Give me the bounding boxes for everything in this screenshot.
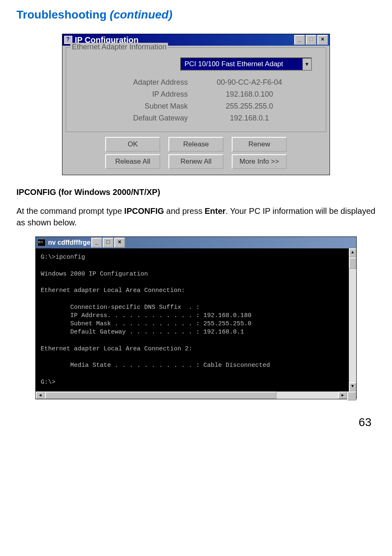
row-adapter-address: Adapter Address 00-90-CC-A2-F6-04 <box>72 78 320 87</box>
vscroll-track[interactable] <box>349 257 356 382</box>
value-ip-address: 192.168.0.100 <box>204 90 295 99</box>
scroll-down-icon[interactable]: ▼ <box>349 382 356 392</box>
label-adapter-address: Adapter Address <box>97 78 204 87</box>
label-default-gateway: Default Gateway <box>97 114 204 123</box>
hscroll-thumb[interactable] <box>45 392 277 399</box>
page-heading: Troubleshooting (continued) <box>16 8 376 21</box>
close-button[interactable]: × <box>317 35 328 45</box>
console-window: nv cdffdfffrge _ □ × G:\>ipconfig Window… <box>35 236 357 399</box>
row-subnet-mask: Subnet Mask 255.255.255.0 <box>72 102 320 111</box>
console-titlebar: nv cdffdfffrge _ □ × <box>36 237 356 248</box>
button-row-2: Release All Renew All More Info >> <box>62 154 330 169</box>
label-subnet-mask: Subnet Mask <box>97 102 204 111</box>
horizontal-scrollbar[interactable]: ◄ ► <box>36 392 356 399</box>
para-bold1: IPCONFIG <box>124 206 164 215</box>
value-default-gateway: 192.168.0.1 <box>204 114 295 123</box>
group-legend: Ethernet Adapter Information <box>70 43 168 51</box>
chevron-down-icon: ▼ <box>302 58 311 70</box>
hscroll-track[interactable] <box>45 392 338 399</box>
resize-grip-icon[interactable] <box>347 392 356 401</box>
console-maximize-button[interactable]: □ <box>103 238 113 248</box>
para-part2: and press <box>164 206 205 215</box>
console-title-text: nv cdffdfffrge <box>48 239 90 246</box>
console-close-button[interactable]: × <box>114 238 125 248</box>
adapter-selected-text: PCI 10/100 Fast Ethernet Adapt <box>184 60 283 68</box>
renew-button[interactable]: Renew <box>232 137 287 152</box>
release-all-button[interactable]: Release All <box>105 154 160 169</box>
label-ip-address: IP Address <box>97 90 204 99</box>
page-number: 63 <box>16 416 371 429</box>
console-icon <box>37 239 46 246</box>
heading-main: Troubleshooting <box>16 8 110 21</box>
maximize-button: □ <box>306 35 316 45</box>
button-row-1: OK Release Renew <box>62 137 330 152</box>
para-bold2: Enter <box>205 206 226 215</box>
adapter-combo[interactable]: PCI 10/100 Fast Ethernet Adapt ▼ <box>180 58 312 71</box>
ok-button[interactable]: OK <box>105 137 160 152</box>
minimize-button[interactable]: _ <box>294 35 305 45</box>
instruction-paragraph: At the command prompt type IPCONFIG and … <box>16 205 376 228</box>
heading-continued: (continued) <box>110 8 172 21</box>
adapter-info-group: Ethernet Adapter Information PCI 10/100 … <box>66 47 326 132</box>
ipconfig-subheading: IPCONFIG (for Windows 2000/NT/XP) <box>16 188 376 197</box>
vertical-scrollbar[interactable]: ▲ ▼ <box>349 248 356 392</box>
scroll-right-icon[interactable]: ► <box>338 392 347 399</box>
console-body-wrap: G:\>ipconfig Windows 2000 IP Configurati… <box>36 248 356 392</box>
value-subnet-mask: 255.255.255.0 <box>204 102 295 111</box>
ipconfig-dialog: IP Configuration _ □ × Ethernet Adapter … <box>62 34 330 175</box>
renew-all-button[interactable]: Renew All <box>168 154 224 169</box>
row-ip-address: IP Address 192.168.0.100 <box>72 90 320 99</box>
scroll-up-icon[interactable]: ▲ <box>349 248 356 257</box>
para-part1: At the command prompt type <box>16 206 124 215</box>
vscroll-thumb[interactable] <box>349 257 356 269</box>
release-button[interactable]: Release <box>168 137 224 152</box>
row-default-gateway: Default Gateway 192.168.0.1 <box>72 114 320 123</box>
scroll-left-icon[interactable]: ◄ <box>36 392 45 399</box>
value-adapter-address: 00-90-CC-A2-F6-04 <box>204 78 295 87</box>
console-minimize-button[interactable]: _ <box>91 238 102 248</box>
more-info-button[interactable]: More Info >> <box>232 154 287 169</box>
adapter-select-row: PCI 10/100 Fast Ethernet Adapt ▼ <box>72 58 320 71</box>
console-output: G:\>ipconfig Windows 2000 IP Configurati… <box>36 248 349 392</box>
